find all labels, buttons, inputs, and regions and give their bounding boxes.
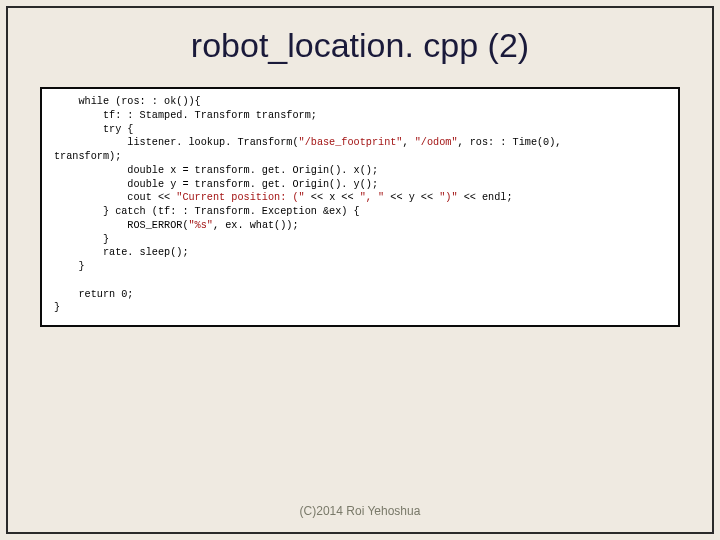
code-text: << endl; [458,192,513,203]
code-text: << y << [384,192,439,203]
code-line: double x = transform. get. Origin(). x()… [54,165,378,176]
code-string: "/odom" [415,137,458,148]
code-line: } catch (tf: : Transform. Exception &ex)… [54,206,360,217]
code-line: listener. lookup. Transform( [54,137,299,148]
footer-copyright: (C)2014 Roi Yehoshua [8,504,712,518]
code-line: } [54,302,60,313]
code-line: ROS_ERROR( [54,220,189,231]
code-block: while (ros: : ok()){ tf: : Stamped. Tran… [40,87,680,327]
code-line: transform); [54,151,121,162]
code-string: ", " [360,192,384,203]
code-line: tf: : Stamped. Transform transform; [54,110,317,121]
slide-title: robot_location. cpp (2) [8,8,712,87]
code-string: "Current position: (" [176,192,304,203]
code-text: << x << [305,192,360,203]
code-line: } [54,261,85,272]
code-line: while (ros: : ok()){ [54,96,201,107]
code-line: rate. sleep(); [54,247,189,258]
code-text: , ros: : Time(0), [458,137,562,148]
code-line: double y = transform. get. Origin(). y()… [54,179,378,190]
slide-frame: robot_location. cpp (2) while (ros: : ok… [6,6,714,534]
code-string: ")" [439,192,457,203]
code-string: "/base_footprint" [299,137,403,148]
code-string: "%s" [189,220,213,231]
code-text: , ex. what()); [213,220,299,231]
code-text: , [402,137,414,148]
code-line: cout << [54,192,176,203]
code-line: try { [54,124,133,135]
code-line: } [54,234,109,245]
code-line: return 0; [54,289,133,300]
